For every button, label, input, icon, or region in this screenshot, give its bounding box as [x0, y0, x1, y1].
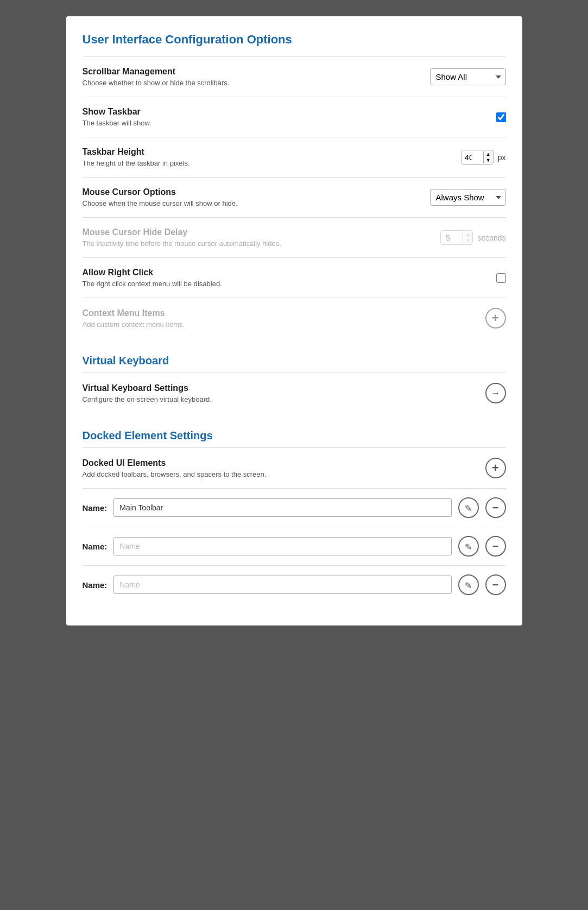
mouse-cursor-hide-delay-title: Mouse Cursor Hide Delay	[83, 228, 441, 237]
scrollbar-management-control: Show All Hide All Auto	[430, 68, 506, 85]
docked-ui-elements-control	[485, 458, 506, 478]
show-taskbar-checkbox[interactable]	[496, 112, 506, 122]
name-row-2-label: Name:	[83, 542, 108, 551]
name-row-1-input[interactable]	[113, 498, 451, 517]
minus-icon-3	[492, 579, 499, 591]
main-title: User Interface Configuration Options	[83, 33, 506, 47]
allow-right-click-checkbox[interactable]	[496, 273, 506, 283]
name-row-1-remove-button[interactable]	[485, 497, 506, 518]
context-menu-items-control	[485, 308, 506, 328]
show-taskbar-label: Show Taskbar The taskbar will show.	[83, 107, 496, 127]
scrollbar-management-title: Scrollbar Management	[83, 67, 430, 77]
minus-icon-1	[492, 502, 499, 514]
docked-ui-elements-desc: Add docked toolbars, browsers, and space…	[83, 470, 485, 478]
taskbar-height-down[interactable]: ▼	[484, 157, 493, 163]
show-taskbar-title: Show Taskbar	[83, 107, 496, 117]
name-row-3-edit-button[interactable]	[458, 574, 479, 595]
virtual-keyboard-settings-row: Virtual Keyboard Settings Configure the …	[83, 372, 506, 413]
taskbar-height-arrows: ▲ ▼	[483, 151, 493, 163]
plus-icon	[492, 311, 499, 325]
scrollbar-management-label: Scrollbar Management Choose whether to s…	[83, 67, 430, 87]
mouse-cursor-hide-delay-unit: seconds	[477, 233, 505, 242]
name-row-3: Name:	[83, 565, 506, 604]
allow-right-click-label: Allow Right Click The right click contex…	[83, 268, 496, 288]
name-row-2-input[interactable]	[113, 537, 451, 555]
mouse-cursor-hide-delay-label: Mouse Cursor Hide Delay The inactivity t…	[83, 228, 441, 248]
taskbar-height-row: Taskbar Height The height of the taskbar…	[83, 137, 506, 177]
mouse-cursor-hide-delay-control: ▲ ▼ seconds	[440, 230, 505, 245]
docked-ui-elements-add-button[interactable]	[485, 458, 506, 478]
mouse-cursor-hide-delay-spinner: ▲ ▼	[440, 230, 473, 245]
mouse-cursor-hide-delay-down[interactable]: ▼	[463, 238, 472, 244]
name-row-2-remove-button[interactable]	[485, 536, 506, 557]
mouse-cursor-hide-delay-arrows: ▲ ▼	[463, 232, 472, 244]
scrollbar-management-select[interactable]: Show All Hide All Auto	[430, 68, 506, 85]
mouse-cursor-hide-delay-input[interactable]	[441, 231, 463, 244]
show-taskbar-desc: The taskbar will show.	[83, 119, 496, 127]
pencil-icon-2	[465, 540, 472, 553]
docked-ui-elements-title: Docked UI Elements	[83, 458, 485, 468]
context-menu-items-title: Context Menu Items	[83, 308, 485, 318]
taskbar-height-input[interactable]	[461, 150, 483, 164]
name-row-3-input[interactable]	[113, 576, 451, 594]
mouse-cursor-options-control: Always Show Always Hide Auto	[430, 189, 506, 206]
mouse-cursor-options-desc: Choose when the mouse cursor will show o…	[83, 199, 430, 207]
mouse-cursor-options-title: Mouse Cursor Options	[83, 187, 430, 197]
virtual-keyboard-settings-title: Virtual Keyboard Settings	[83, 383, 485, 393]
context-menu-items-label: Context Menu Items Add custom context me…	[83, 308, 485, 328]
scrollbar-management-desc: Choose whether to show or hide the scrol…	[83, 79, 430, 87]
taskbar-height-control: ▲ ▼ px	[461, 150, 506, 165]
mouse-cursor-hide-delay-desc: The inactivity time before the mouse cur…	[83, 239, 441, 248]
name-row-1-label: Name:	[83, 503, 108, 513]
name-row-1: Name:	[83, 488, 506, 527]
mouse-cursor-options-label: Mouse Cursor Options Choose when the mou…	[83, 187, 430, 207]
mouse-cursor-hide-delay-up[interactable]: ▲	[463, 232, 472, 238]
taskbar-height-desc: The height of the taskbar in pixels.	[83, 159, 461, 167]
docked-ui-elements-label: Docked UI Elements Add docked toolbars, …	[83, 458, 485, 478]
pencil-icon-3	[465, 579, 472, 591]
show-taskbar-row: Show Taskbar The taskbar will show.	[83, 97, 506, 137]
plus-icon-docked	[492, 461, 499, 475]
allow-right-click-title: Allow Right Click	[83, 268, 496, 277]
taskbar-height-title: Taskbar Height	[83, 147, 461, 157]
show-taskbar-control	[496, 112, 506, 122]
pencil-icon-1	[465, 502, 472, 514]
name-row-1-edit-button[interactable]	[458, 497, 479, 518]
virtual-keyboard-settings-arrow-button[interactable]	[485, 383, 506, 403]
taskbar-height-up[interactable]: ▲	[484, 151, 493, 157]
virtual-keyboard-section-title: Virtual Keyboard	[83, 355, 506, 367]
name-row-3-remove-button[interactable]	[485, 574, 506, 595]
docked-element-settings-section-title: Docked Element Settings	[83, 429, 506, 442]
allow-right-click-control	[496, 273, 506, 283]
allow-right-click-desc: The right click context menu will be dis…	[83, 280, 496, 288]
context-menu-items-row: Context Menu Items Add custom context me…	[83, 298, 506, 338]
taskbar-height-unit: px	[498, 153, 506, 162]
scrollbar-management-row: Scrollbar Management Choose whether to s…	[83, 56, 506, 97]
taskbar-height-label: Taskbar Height The height of the taskbar…	[83, 147, 461, 167]
taskbar-height-spinner: ▲ ▼	[461, 150, 494, 165]
name-row-2-edit-button[interactable]	[458, 536, 479, 557]
context-menu-items-add-button[interactable]	[485, 308, 506, 328]
arrow-right-icon	[491, 388, 501, 399]
name-row-2: Name:	[83, 527, 506, 565]
allow-right-click-row: Allow Right Click The right click contex…	[83, 257, 506, 298]
mouse-cursor-options-select[interactable]: Always Show Always Hide Auto	[430, 189, 506, 206]
docked-ui-elements-row: Docked UI Elements Add docked toolbars, …	[83, 447, 506, 488]
name-row-3-label: Name:	[83, 580, 108, 590]
settings-card: User Interface Configuration Options Scr…	[66, 16, 522, 625]
context-menu-items-desc: Add custom context menu items.	[83, 320, 485, 328]
virtual-keyboard-settings-desc: Configure the on-screen virtual keyboard…	[83, 395, 485, 403]
minus-icon-2	[492, 540, 499, 553]
mouse-cursor-hide-delay-row: Mouse Cursor Hide Delay The inactivity t…	[83, 217, 506, 257]
mouse-cursor-options-row: Mouse Cursor Options Choose when the mou…	[83, 177, 506, 217]
virtual-keyboard-settings-control	[485, 383, 506, 403]
virtual-keyboard-settings-label: Virtual Keyboard Settings Configure the …	[83, 383, 485, 403]
